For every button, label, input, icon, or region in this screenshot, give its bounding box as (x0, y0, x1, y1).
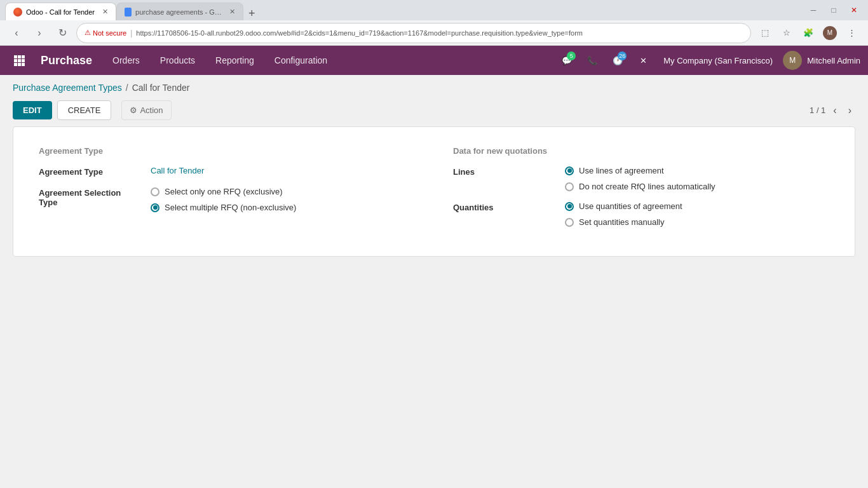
radio-non-exclusive-label: Select multiple RFQ (non-exclusive) (165, 203, 296, 212)
bookmark-icon[interactable]: ☆ (778, 24, 796, 42)
back-button[interactable]: ‹ (8, 24, 25, 42)
quantities-row: Quantities Use quantities of agreement S… (453, 201, 829, 227)
gear-icon: ⚙ (130, 105, 137, 115)
chat-icon[interactable]: 💬 5 (557, 50, 577, 71)
left-section-title: Agreement Type (39, 146, 415, 156)
puzzle-icon[interactable]: 🧩 (799, 24, 817, 42)
svg-rect-6 (14, 63, 17, 66)
create-button[interactable]: CREATE (57, 100, 112, 120)
url-display: https://11708506-15-0-all.runbot29.odoo.… (136, 29, 743, 37)
tab-title-1: Odoo - Call for Tender (26, 8, 95, 16)
right-section-title: Data for new quotations (453, 146, 829, 156)
lines-label: Lines (453, 166, 555, 177)
phone-icon[interactable]: 📞 (582, 50, 602, 71)
pager-prev[interactable]: ‹ (829, 104, 840, 118)
profile-icon[interactable]: M (821, 24, 839, 42)
radio-manual-quantities-circle (565, 218, 574, 227)
svg-rect-7 (18, 63, 21, 66)
nav-configuration[interactable]: Configuration (264, 46, 337, 75)
agreement-selection-radio-group: Select only one RFQ (exclusive) Select m… (151, 187, 296, 212)
clock-badge: 26 (618, 51, 627, 60)
agreement-type-value[interactable]: Call for Tender (151, 166, 204, 175)
security-warning: ⚠ Not secure (85, 29, 126, 37)
avatar: M (783, 51, 802, 70)
form-left-section: Agreement Type Agreement Type Call for T… (39, 146, 415, 237)
tab-favicon-odoo (13, 8, 22, 17)
radio-use-lines[interactable]: Use lines of agreement (565, 166, 715, 175)
radio-use-quantities-circle (565, 202, 574, 211)
breadcrumb: Purchase Agreement Types / Call for Tend… (0, 75, 868, 98)
agreement-selection-type-row: Agreement Selection Type Select only one… (39, 187, 415, 212)
extensions-icon[interactable]: ⬚ (756, 24, 774, 42)
radio-use-quantities-label: Use quantities of agreement (579, 201, 682, 211)
close-icon[interactable]: ✕ (633, 50, 653, 71)
form-right-section: Data for new quotations Lines Use lines … (453, 146, 829, 237)
browser-tab-2[interactable]: purchase agreements - Google D... ✕ (116, 3, 243, 20)
action-button[interactable]: ⚙ Action (121, 100, 171, 120)
content-area: Purchase Agreement Types / Call for Tend… (0, 75, 868, 488)
quantities-label: Quantities (453, 201, 555, 212)
company-name: My Company (San Francisco) (658, 56, 778, 65)
chat-badge: 5 (567, 51, 576, 60)
form-card: Agreement Type Agreement Type Call for T… (13, 126, 855, 257)
svg-rect-8 (22, 63, 25, 66)
warning-triangle: ⚠ (85, 29, 91, 37)
radio-manual-quantities[interactable]: Set quantities manually (565, 217, 682, 227)
pager-next[interactable]: › (844, 104, 855, 118)
edit-button[interactable]: EDIT (13, 101, 52, 119)
radio-no-create-lines-circle (565, 182, 574, 191)
window-minimize[interactable]: ─ (804, 1, 822, 19)
agreement-selection-label: Agreement Selection Type (39, 187, 140, 207)
radio-use-lines-label: Use lines of agreement (579, 166, 664, 175)
nav-products[interactable]: Products (150, 46, 205, 75)
clock-icon[interactable]: 🕐 26 (607, 50, 628, 71)
agreement-type-label: Agreement Type (39, 166, 140, 177)
new-tab-button[interactable]: + (246, 7, 258, 20)
tab-close-1[interactable]: ✕ (102, 8, 108, 16)
radio-no-create-lines[interactable]: Do not create RfQ lines automatically (565, 182, 715, 191)
svg-rect-2 (22, 55, 25, 58)
top-nav: Purchase Orders Products Reporting Confi… (0, 46, 868, 75)
forward-button[interactable]: › (31, 24, 48, 42)
reload-button[interactable]: ↻ (53, 24, 71, 42)
pager: 1 / 1 ‹ › (810, 104, 855, 118)
radio-use-quantities[interactable]: Use quantities of agreement (565, 201, 682, 211)
lines-radio-group: Use lines of agreement Do not create RfQ… (565, 166, 715, 191)
window-close[interactable]: ✕ (845, 1, 863, 19)
svg-rect-5 (22, 59, 25, 62)
app-logo[interactable]: Purchase (31, 54, 102, 67)
radio-manual-quantities-label: Set quantities manually (579, 217, 664, 227)
svg-rect-3 (14, 59, 17, 62)
home-grid-button[interactable] (8, 55, 31, 66)
radio-exclusive-circle (151, 187, 159, 196)
radio-non-exclusive-circle (151, 203, 159, 212)
tab-title-2: purchase agreements - Google D... (135, 8, 222, 16)
action-toolbar: EDIT CREATE ⚙ Action 1 / 1 ‹ › (0, 98, 868, 126)
svg-rect-0 (14, 55, 17, 58)
quantities-radio-group: Use quantities of agreement Set quantiti… (565, 201, 682, 227)
address-bar[interactable]: ⚠ Not secure | https://11708506-15-0-all… (76, 23, 751, 43)
breadcrumb-separator: / (126, 83, 128, 93)
nav-orders[interactable]: Orders (102, 46, 150, 75)
nav-reporting[interactable]: Reporting (205, 46, 264, 75)
radio-no-create-lines-label: Do not create RfQ lines automatically (579, 182, 715, 191)
username: Mitchell Admin (807, 56, 860, 65)
agreement-type-row: Agreement Type Call for Tender (39, 166, 415, 177)
svg-rect-1 (18, 55, 21, 58)
breadcrumb-parent[interactable]: Purchase Agreement Types (13, 83, 122, 93)
radio-exclusive-label: Select only one RFQ (exclusive) (165, 187, 283, 196)
radio-non-exclusive[interactable]: Select multiple RFQ (non-exclusive) (151, 203, 296, 212)
radio-exclusive[interactable]: Select only one RFQ (exclusive) (151, 187, 296, 196)
menu-icon[interactable]: ⋮ (843, 24, 860, 42)
tab-close-2[interactable]: ✕ (229, 8, 235, 16)
window-maximize[interactable]: □ (825, 1, 843, 19)
browser-tab-1[interactable]: Odoo - Call for Tender ✕ (5, 3, 116, 20)
breadcrumb-current: Call for Tender (132, 83, 190, 93)
tab-favicon-doc (125, 8, 132, 17)
svg-rect-4 (18, 59, 21, 62)
lines-row: Lines Use lines of agreement Do not crea… (453, 166, 829, 191)
radio-use-lines-circle (565, 166, 574, 175)
